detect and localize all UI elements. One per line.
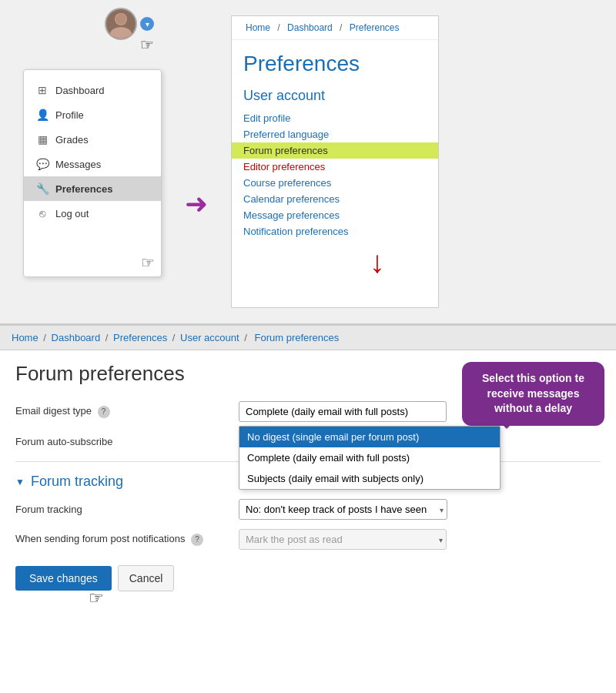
arrow-down-icon: ↓	[370, 246, 385, 277]
preferences-panel: Home / Dashboard / Preferences Preferenc…	[231, 15, 439, 308]
grades-icon: ▦	[35, 133, 49, 146]
forum-tracking-row: Forum tracking No: don't keep track of p…	[15, 499, 601, 520]
forum-tracking-select-wrapper: No: don't keep track of posts I have see…	[239, 499, 447, 520]
logout-icon: ⎋	[35, 207, 49, 219]
forum-tracking-title: Forum tracking	[31, 474, 123, 490]
dropdown-option-complete[interactable]: Complete (daily email with full posts)	[239, 447, 500, 468]
avatar-area: ▾ ☞	[105, 8, 154, 40]
breadcrumb-bar: Home / Dashboard / Preferences / User ac…	[0, 326, 616, 350]
menu-label-logout: Log out	[55, 208, 89, 219]
menu-item-preferences[interactable]: 🔧 Preferences ☞	[24, 176, 161, 201]
menu-item-dashboard[interactable]: ⊞ Dashboard	[24, 78, 161, 102]
preferences-wrench-icon: 🔧	[35, 182, 49, 195]
tooltip-text: Select this option te receive messages w…	[482, 372, 584, 414]
preferences-title: Preferences	[232, 40, 438, 84]
bc-bottom-user-account[interactable]: User account	[180, 332, 239, 343]
dropdown-arrow-icon[interactable]: ▾	[140, 17, 154, 31]
bc-preferences-top[interactable]: Preferences	[350, 22, 400, 33]
menu-label-preferences: Preferences	[55, 183, 112, 195]
forum-notifications-select[interactable]: Mark the post as read	[239, 529, 447, 550]
bc-dashboard[interactable]: Dashboard	[287, 22, 333, 33]
pref-link-preferred-language[interactable]: Preferred language	[232, 126, 438, 142]
messages-icon: 💬	[35, 158, 49, 170]
forum-notifications-row: When sending forum post notifications ? …	[15, 529, 601, 550]
breadcrumb-top: Home / Dashboard / Preferences	[232, 16, 438, 40]
email-digest-dropdown: No digest (single email per forum post) …	[239, 426, 500, 490]
bc-bottom-forum-preferences: Forum preferences	[254, 332, 339, 343]
menu-label-grades: Grades	[55, 134, 89, 146]
email-digest-select[interactable]: Complete (daily email with full posts)	[239, 401, 447, 422]
top-section: ▾ ☞ ⊞ Dashboard 👤 Profile ▦ Grades 💬 Mes…	[0, 0, 616, 323]
pref-link-notification-preferences[interactable]: Notification preferences	[232, 223, 438, 239]
menu-item-grades[interactable]: ▦ Grades	[24, 127, 161, 152]
svg-point-1	[110, 27, 132, 38]
tooltip-bubble: Select this option te receive messages w…	[462, 362, 604, 426]
dropdown-menu: ⊞ Dashboard 👤 Profile ▦ Grades 💬 Message…	[23, 69, 162, 277]
menu-label-messages: Messages	[55, 159, 101, 170]
profile-icon: 👤	[35, 109, 49, 121]
main-content: Select this option te receive messages w…	[0, 350, 616, 603]
cursor-hand-avatar-icon: ☞	[140, 35, 154, 54]
pref-link-course-preferences[interactable]: Course preferences	[232, 175, 438, 191]
cursor-hand-save-icon: ☞	[89, 588, 104, 608]
pref-link-forum-preferences[interactable]: Forum preferences	[232, 142, 438, 159]
avatar[interactable]	[105, 8, 137, 40]
svg-point-2	[116, 14, 126, 25]
cancel-button[interactable]: Cancel	[118, 565, 175, 591]
notifications-help-icon[interactable]: ?	[191, 534, 203, 546]
pref-link-editor-preferences[interactable]: Editor preferences	[232, 159, 438, 175]
forum-tracking-label: Forum tracking	[15, 504, 231, 515]
collapse-icon[interactable]: ▼	[15, 477, 25, 487]
forum-auto-subscribe-label: Forum auto-subscribe	[15, 436, 231, 447]
email-digest-label: Email digest type ?	[15, 405, 231, 418]
forum-notifications-select-wrapper: Mark the post as read ▾	[239, 529, 447, 550]
menu-label-dashboard: Dashboard	[55, 85, 105, 96]
dashboard-icon: ⊞	[35, 84, 49, 96]
menu-label-profile: Profile	[55, 109, 84, 121]
bc-bottom-preferences[interactable]: Preferences	[113, 332, 167, 343]
dropdown-option-no-digest[interactable]: No digest (single email per forum post)	[239, 427, 500, 447]
pref-link-message-preferences[interactable]: Message preferences	[232, 207, 438, 223]
bc-bottom-home[interactable]: Home	[12, 332, 38, 343]
menu-item-logout[interactable]: ⎋ Log out	[24, 201, 161, 226]
bottom-section: Home / Dashboard / Preferences / User ac…	[0, 323, 616, 693]
user-account-title: User account	[232, 84, 438, 110]
email-digest-help-icon[interactable]: ?	[98, 406, 110, 418]
forum-notifications-label: When sending forum post notifications ?	[15, 533, 231, 546]
pref-link-edit-profile[interactable]: Edit profile	[232, 110, 438, 126]
save-button[interactable]: Save changes	[15, 566, 112, 591]
menu-item-profile[interactable]: 👤 Profile	[24, 102, 161, 127]
bc-home[interactable]: Home	[246, 22, 270, 33]
arrow-right-icon: ➜	[185, 188, 208, 220]
pref-link-calendar-preferences[interactable]: Calendar preferences	[232, 191, 438, 207]
email-digest-select-wrapper: Complete (daily email with full posts) N…	[239, 401, 447, 422]
bc-bottom-dashboard[interactable]: Dashboard	[52, 332, 101, 343]
cursor-hand-prefs-icon: ☞	[141, 253, 155, 272]
button-row: Save changes ☞ Cancel	[15, 565, 601, 591]
forum-tracking-select[interactable]: No: don't keep track of posts I have see…	[239, 499, 447, 520]
menu-item-messages[interactable]: 💬 Messages	[24, 152, 161, 176]
dropdown-option-subjects[interactable]: Subjects (daily email with subjects only…	[239, 468, 500, 489]
